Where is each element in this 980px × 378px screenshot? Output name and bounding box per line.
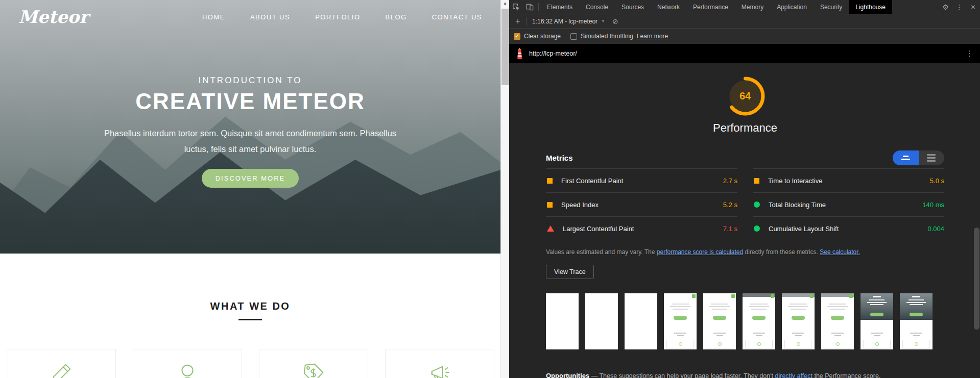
toolbar-separator xyxy=(526,17,527,26)
opportunities-section-header: Opportunities — These suggestions can he… xyxy=(546,372,944,378)
filmstrip-thumbnail xyxy=(703,293,736,349)
directly-affect-link[interactable]: directly affect xyxy=(775,372,812,378)
metric-speed-index: Speed Index 5.2 s xyxy=(546,192,737,216)
clear-storage-checkbox[interactable]: ✓ xyxy=(514,33,520,40)
service-card[interactable] xyxy=(385,349,494,378)
tab-application[interactable]: Application xyxy=(770,0,814,14)
filmstrip xyxy=(546,293,944,349)
tab-network[interactable]: Network xyxy=(651,0,686,14)
devtools-scrollbar-thumb[interactable] xyxy=(974,228,979,330)
service-cards xyxy=(0,349,500,378)
metrics-disclaimer: Values are estimated and may vary. The p… xyxy=(546,248,944,256)
view-trace-button[interactable]: View Trace xyxy=(546,265,594,279)
filmstrip-thumbnail xyxy=(585,293,618,349)
report-session-label: 1:16:32 AM - lcp-meteor xyxy=(532,18,597,25)
metric-cumulative-layout-shift: Cumulative Layout Shift 0.004 xyxy=(753,216,944,240)
site-header: Meteor HOME ABOUT US PORTFOLIO BLOG CONT… xyxy=(0,0,500,34)
metric-largest-contentful-paint: Largest Contentful Paint 7.1 s xyxy=(546,216,737,240)
simulated-throttling-checkbox[interactable]: ✓ xyxy=(570,33,577,40)
site-nav: HOME ABOUT US PORTFOLIO BLOG CONTACT US xyxy=(202,13,482,21)
tab-performance[interactable]: Performance xyxy=(686,0,735,14)
see-calculator-link[interactable]: See calculator. xyxy=(820,248,860,256)
performance-score-gauge[interactable]: 64 xyxy=(726,77,765,116)
hero-paragraph-line2: luctus, felis sit amet pulvinar luctus. xyxy=(0,141,500,157)
filmstrip-thumbnail xyxy=(782,293,815,349)
site-logo[interactable]: Meteor xyxy=(18,7,88,27)
nav-item-about-us[interactable]: ABOUT US xyxy=(250,13,290,21)
lightbulb-icon xyxy=(176,362,199,378)
tab-sources[interactable]: Sources xyxy=(615,0,651,14)
category-title[interactable]: Performance xyxy=(546,121,944,135)
scrollbar-up-arrow[interactable]: ▲ xyxy=(501,1,509,6)
metric-first-contentful-paint: First Contentful Paint 2.7 s xyxy=(546,168,737,192)
devtools-tabbar: Elements Console Sources Network Perform… xyxy=(509,0,980,14)
metrics-section-title: Metrics xyxy=(546,154,573,162)
tab-lighthouse[interactable]: Lighthouse xyxy=(849,0,892,14)
hero-content: INTRODUCTION TO CREATIVE METEOR Phasellu… xyxy=(0,75,500,188)
nav-item-portfolio[interactable]: PORTFOLIO xyxy=(315,13,360,21)
status-icon xyxy=(547,202,553,208)
metric-time-to-interactive: Time to Interactive 5.0 s xyxy=(753,168,944,192)
close-devtools-icon[interactable]: ✕ xyxy=(966,0,980,14)
condensed-view-toggle-icon[interactable] xyxy=(893,150,919,165)
inspect-element-icon[interactable] xyxy=(509,0,523,14)
filmstrip-thumbnail xyxy=(625,293,657,349)
lighthouse-toolbar: + 1:16:32 AM - lcp-meteor ▼ ⊘ xyxy=(509,14,980,28)
service-card[interactable] xyxy=(133,349,242,378)
score-calculation-link[interactable]: performance score is calculated xyxy=(657,248,743,256)
hero-paragraph-line1: Phasellus interdum tortor sem. Quisque s… xyxy=(0,125,500,141)
title-underline xyxy=(238,319,262,320)
toolbar-separator xyxy=(538,3,539,11)
report-selector[interactable]: 1:16:32 AM - lcp-meteor ▼ xyxy=(532,18,605,25)
nav-item-blog[interactable]: BLOG xyxy=(386,13,407,21)
devtools-panel: Elements Console Sources Network Perform… xyxy=(509,0,980,378)
status-icon xyxy=(754,178,759,184)
clear-storage-label: Clear storage xyxy=(524,33,561,40)
scrollbar-thumb[interactable] xyxy=(501,9,509,85)
service-card[interactable] xyxy=(7,349,116,378)
lighthouse-report: 64 Performance Metrics xyxy=(509,63,980,378)
lighthouse-options-bar: ✓ Clear storage ✓ Simulated throttling L… xyxy=(509,28,980,44)
report-url-bar: http://lcp-meteor/ ⋮ xyxy=(509,44,980,63)
metrics-grid: First Contentful Paint 2.7 s Time to Int… xyxy=(546,168,944,240)
service-card[interactable] xyxy=(259,349,368,378)
tab-elements[interactable]: Elements xyxy=(540,0,579,14)
audited-url: http://lcp-meteor/ xyxy=(529,50,577,57)
filmstrip-thumbnail xyxy=(743,293,775,349)
opportunities-title: Opportunities xyxy=(546,372,589,378)
what-we-do-section: WHAT WE DO xyxy=(0,254,500,378)
report-menu-icon[interactable]: ⋮ xyxy=(966,49,973,58)
device-toolbar-icon[interactable] xyxy=(523,0,537,14)
browser-scrollbar: ▲ xyxy=(500,0,509,378)
filmstrip-thumbnail xyxy=(546,293,579,349)
filmstrip-thumbnail xyxy=(861,293,893,349)
clear-reports-icon[interactable]: ⊘ xyxy=(612,17,618,26)
hero-paragraph: Phasellus interdum tortor sem. Quisque s… xyxy=(0,125,500,157)
what-we-do-title: WHAT WE DO xyxy=(0,300,500,312)
tab-console[interactable]: Console xyxy=(579,0,615,14)
simulated-throttling-label: Simulated throttling xyxy=(581,33,633,40)
hero-kicker: INTRODUCTION TO xyxy=(0,75,500,86)
new-audit-icon[interactable]: + xyxy=(511,16,524,27)
performance-score-value: 64 xyxy=(726,77,765,116)
status-icon xyxy=(754,225,760,232)
website-pane: Meteor HOME ABOUT US PORTFOLIO BLOG CONT… xyxy=(0,0,500,378)
nav-item-contact-us[interactable]: CONTACT US xyxy=(432,13,482,21)
tab-security[interactable]: Security xyxy=(814,0,849,14)
discover-more-button[interactable]: DISCOVER MORE xyxy=(202,169,299,188)
expanded-view-toggle-icon[interactable] xyxy=(919,150,945,165)
filmstrip-thumbnail xyxy=(821,293,854,349)
hero-section: Meteor HOME ABOUT US PORTFOLIO BLOG CONT… xyxy=(0,0,500,254)
pencil-icon xyxy=(50,362,73,378)
settings-gear-icon[interactable]: ⚙ xyxy=(939,0,952,14)
dollar-icon xyxy=(302,362,325,378)
app-window: Meteor HOME ABOUT US PORTFOLIO BLOG CONT… xyxy=(0,0,980,378)
status-icon xyxy=(547,178,553,184)
tab-memory[interactable]: Memory xyxy=(735,0,770,14)
status-icon xyxy=(547,225,554,232)
nav-item-home[interactable]: HOME xyxy=(202,13,225,21)
lighthouse-logo-icon xyxy=(516,48,523,60)
status-icon xyxy=(754,201,760,208)
more-options-icon[interactable]: ⋮ xyxy=(952,0,966,14)
learn-more-link[interactable]: Learn more xyxy=(637,33,668,40)
